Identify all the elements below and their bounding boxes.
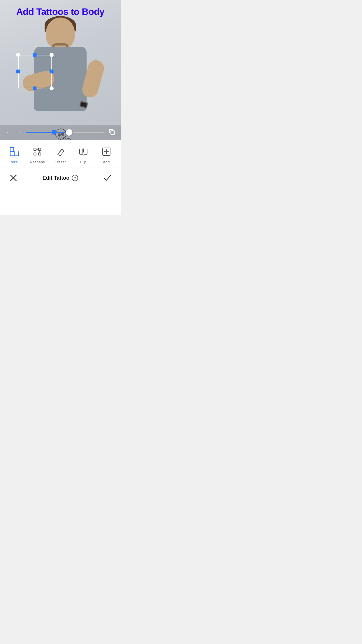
reshape-label: Reshape <box>30 160 45 164</box>
cancel-button[interactable] <box>7 172 20 184</box>
bottom-title-text: Edit Tattoo <box>43 175 70 181</box>
tool-size[interactable]: size <box>6 145 23 164</box>
add-icon-wrap <box>100 145 113 158</box>
handle-left-center[interactable] <box>16 70 20 74</box>
size-label: size <box>11 160 18 164</box>
copy-icon[interactable] <box>107 128 117 137</box>
add-label: Add <box>103 160 110 164</box>
flip-label: Flip <box>80 160 86 164</box>
svg-rect-20 <box>34 148 36 150</box>
app-container: Add Tattoos to Body <box>0 0 121 215</box>
toolbar-area: size Reshape <box>0 140 121 215</box>
handle-top-left[interactable] <box>16 53 20 57</box>
bottom-title-group: Edit Tattoo ? <box>43 175 78 181</box>
handle-bottom-right[interactable] <box>50 86 54 90</box>
handle-top-center[interactable] <box>33 53 37 57</box>
person-head <box>46 18 75 50</box>
slider-thumb[interactable] <box>66 129 72 136</box>
selection-rect <box>18 55 52 88</box>
tool-add[interactable]: Add <box>98 145 115 164</box>
image-area: Add Tattoos to Body <box>0 0 121 140</box>
reshape-icon-wrap <box>31 145 44 158</box>
svg-rect-23 <box>38 153 41 155</box>
svg-rect-21 <box>38 148 41 150</box>
flip-icon-wrap <box>77 145 90 158</box>
eraser-icon-wrap <box>54 145 67 158</box>
svg-rect-22 <box>34 153 36 155</box>
confirm-button[interactable] <box>101 172 114 184</box>
forward-arrow[interactable]: → <box>13 129 23 136</box>
help-button[interactable]: ? <box>72 175 78 181</box>
page-title: Add Tattoos to Body <box>0 6 121 17</box>
tool-flip[interactable]: Flip <box>75 145 92 164</box>
slider-thumb-blue[interactable] <box>52 130 56 134</box>
eraser-label: Eraser <box>55 160 66 164</box>
selection-box[interactable] <box>12 49 57 94</box>
svg-rect-12 <box>111 131 115 134</box>
svg-rect-30 <box>80 149 83 154</box>
image-controls-bar: ← → <box>0 125 121 140</box>
handle-right-center[interactable] <box>50 70 54 74</box>
tools-row: size Reshape <box>0 140 121 167</box>
tool-eraser[interactable]: Eraser <box>52 145 69 164</box>
handle-top-right[interactable] <box>50 53 54 57</box>
svg-rect-13 <box>10 148 14 151</box>
back-arrow[interactable]: ← <box>4 129 13 136</box>
size-icon-wrap <box>8 145 21 158</box>
svg-rect-31 <box>84 149 87 154</box>
handle-bottom-center[interactable] <box>33 87 37 90</box>
opacity-slider[interactable] <box>26 132 104 133</box>
bottom-bar: Edit Tattoo ? <box>0 167 121 188</box>
slider-fill <box>26 132 69 133</box>
tool-reshape[interactable]: Reshape <box>29 145 46 164</box>
